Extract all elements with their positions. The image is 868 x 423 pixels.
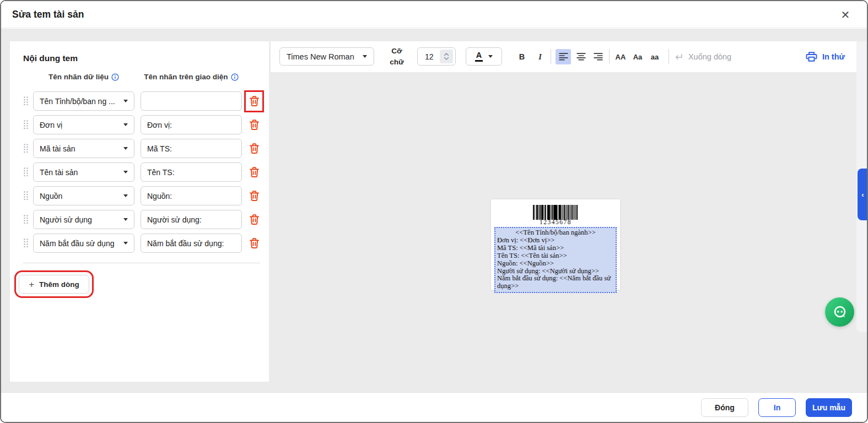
- print-test-button[interactable]: In thử: [806, 49, 845, 64]
- delete-row-button[interactable]: [247, 164, 261, 181]
- column-headers: Tên nhãn dữ liệu Tên nhãn trên giao diện: [10, 73, 269, 84]
- edit-asset-label-dialog: Sửa tem tài sản ✕ Nội dung tem Tên nhãn …: [0, 0, 868, 423]
- chevron-down-icon: [123, 100, 128, 102]
- data-field-select-value: Mã tài sản: [40, 144, 123, 153]
- chevron-down-icon: [363, 55, 367, 58]
- stepper-arrows-icon[interactable]: [440, 50, 453, 63]
- drag-handle-icon[interactable]: [23, 191, 30, 201]
- print-test-label: In thử: [822, 52, 845, 61]
- chevron-down-icon: [488, 55, 493, 58]
- barcode-image: [533, 205, 578, 220]
- data-field-select[interactable]: Tên Tỉnh/bộ/ban ng ...: [33, 91, 134, 111]
- panel-expand-tab[interactable]: ‹: [858, 169, 868, 220]
- save-template-button[interactable]: Lưu mẫu: [806, 398, 852, 417]
- data-field-select[interactable]: Đơn vị: [33, 115, 134, 134]
- data-label-header-text: Tên nhãn dữ liệu: [48, 73, 109, 81]
- add-row-label: Thêm dòng: [39, 280, 79, 289]
- drag-handle-icon[interactable]: [23, 214, 30, 225]
- preview-line: <<Tên Tỉnh/bộ/ban ngành>>: [497, 229, 614, 237]
- display-label-input[interactable]: [141, 91, 242, 111]
- toolbar-divider: [551, 49, 551, 64]
- display-label-input[interactable]: [141, 186, 242, 205]
- bold-button[interactable]: B: [514, 49, 530, 64]
- toolbar-divider: [668, 49, 669, 64]
- label-row: Tên Tỉnh/bộ/ban ng ...: [10, 91, 269, 111]
- printer-icon: [806, 51, 817, 62]
- align-right-icon: [594, 53, 603, 61]
- chevron-down-icon: [123, 171, 128, 173]
- data-field-select[interactable]: Nguồn: [33, 186, 134, 205]
- dialog-title: Sửa tem tài sản: [1, 9, 84, 20]
- font-color-select[interactable]: A: [466, 47, 502, 66]
- preview-line: Người sử dụng: <<Người sử dụng>>: [497, 268, 614, 275]
- preview-line: Mã TS: <<Mã tài sản>>: [497, 245, 614, 252]
- chevron-left-icon: ‹: [861, 191, 864, 198]
- italic-button[interactable]: I: [532, 49, 548, 64]
- data-field-select[interactable]: Năm bắt đầu sử dụng: [33, 234, 134, 253]
- chat-support-button[interactable]: [825, 297, 854, 327]
- align-left-icon: [559, 53, 568, 61]
- dialog-body: Nội dung tem Tên nhãn dữ liệu Tên nhãn t…: [1, 29, 867, 392]
- drag-handle-icon[interactable]: [23, 238, 30, 248]
- dialog-header: Sửa tem tài sản ✕: [1, 1, 867, 28]
- chevron-down-icon: [123, 147, 128, 150]
- align-center-button[interactable]: [573, 49, 589, 64]
- data-field-select[interactable]: Người sử dụng: [33, 210, 134, 229]
- display-label-input[interactable]: [141, 115, 242, 134]
- drag-handle-icon[interactable]: [23, 96, 30, 106]
- font-size-value: 12: [418, 52, 440, 61]
- line-break-button[interactable]: ↵ Xuống dòng: [675, 49, 731, 64]
- trash-icon: [249, 95, 260, 107]
- info-icon[interactable]: [231, 73, 239, 81]
- data-field-select[interactable]: Mã tài sản: [33, 139, 134, 158]
- align-right-button[interactable]: [590, 49, 606, 64]
- toolbar-divider: [609, 49, 610, 64]
- delete-row-button[interactable]: [247, 140, 261, 157]
- label-row: Mã tài sản: [10, 139, 269, 158]
- font-color-letter: A: [475, 51, 483, 62]
- data-field-select-value: Nguồn: [40, 192, 123, 200]
- align-left-button[interactable]: [556, 49, 571, 64]
- font-size-stepper[interactable]: 12: [417, 47, 456, 66]
- display-label-input[interactable]: [141, 139, 242, 158]
- display-label-column-header: Tên nhãn trên giao diện: [141, 73, 242, 81]
- info-icon[interactable]: [111, 73, 119, 81]
- font-family-select[interactable]: Times New Roman: [279, 47, 374, 66]
- uppercase-button[interactable]: AA: [613, 49, 628, 64]
- lowercase-button[interactable]: aa: [647, 49, 662, 64]
- close-icon[interactable]: ✕: [838, 8, 853, 22]
- chevron-down-icon: [123, 123, 128, 126]
- label-row: Người sử dụng: [10, 210, 269, 229]
- print-button[interactable]: In: [758, 398, 796, 417]
- chevron-down-icon: [123, 218, 128, 221]
- data-field-select-value: Người sử dụng: [40, 215, 123, 224]
- display-label-input[interactable]: [141, 210, 242, 229]
- label-preview-card[interactable]: 12345678 <<Tên Tỉnh/bộ/ban ngành>>Đơn vị…: [491, 199, 620, 290]
- close-button[interactable]: Đóng: [701, 398, 748, 417]
- chevron-down-icon: [123, 242, 128, 245]
- add-row-button[interactable]: + Thêm dòng: [19, 275, 89, 294]
- display-label-input[interactable]: [141, 234, 242, 253]
- delete-row-button[interactable]: [247, 235, 261, 252]
- line-break-label: Xuống dòng: [688, 52, 731, 61]
- delete-row-button[interactable]: [247, 117, 261, 133]
- preview-line: Năm bắt đầu sử dụng: <<Năm bắt đầu sử dụ…: [497, 275, 614, 290]
- trash-icon: [249, 190, 260, 202]
- data-field-select-value: Đơn vị: [40, 121, 123, 129]
- delete-row-button[interactable]: [247, 212, 261, 228]
- titlecase-button[interactable]: Aa: [630, 49, 645, 64]
- data-field-select[interactable]: Tên tài sản: [33, 162, 134, 182]
- panel-divider: [23, 263, 260, 263]
- drag-handle-icon[interactable]: [23, 167, 30, 177]
- preview-text-block[interactable]: <<Tên Tỉnh/bộ/ban ngành>>Đơn vị: <<Đơn v…: [494, 227, 617, 293]
- delete-row-button[interactable]: [247, 188, 261, 204]
- data-field-select-value: Tên tài sản: [40, 168, 123, 177]
- delete-row-button[interactable]: [247, 93, 261, 110]
- drag-handle-icon[interactable]: [23, 120, 30, 130]
- label-row: Tên tài sản: [10, 162, 269, 182]
- display-label-input[interactable]: [141, 162, 242, 182]
- display-label-header-text: Tên nhãn trên giao diện: [144, 73, 228, 81]
- chevron-down-icon: [123, 194, 128, 197]
- drag-handle-icon[interactable]: [23, 143, 30, 154]
- font-family-value: Times New Roman: [287, 52, 363, 61]
